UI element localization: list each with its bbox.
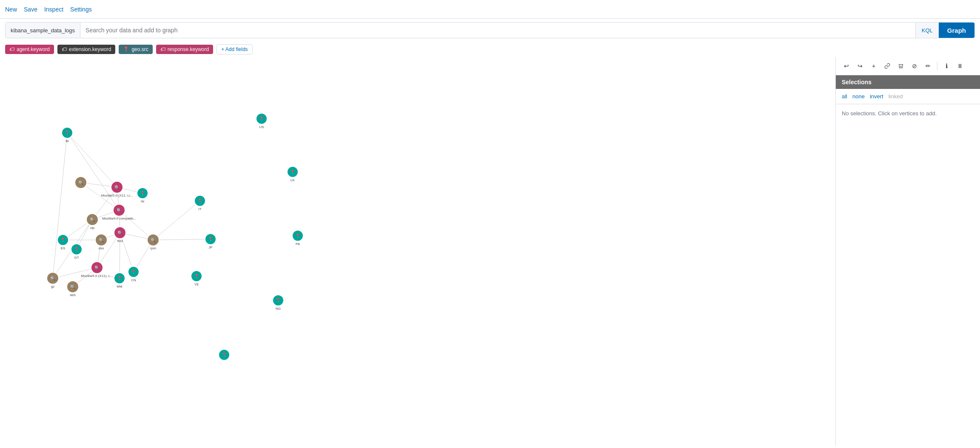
- redo-button[interactable]: ↪: [854, 60, 866, 72]
- svg-text:📍: 📍: [208, 237, 214, 242]
- svg-text:Mozilla/5.0 (X11; Li...: Mozilla/5.0 (X11; Li...: [101, 194, 133, 197]
- svg-text:📍: 📍: [74, 247, 80, 252]
- pause-button[interactable]: ⏸: [954, 60, 966, 72]
- svg-text:🔍: 🔍: [117, 230, 123, 236]
- main-area: 📍US📍BI📍LK📍IT📍IN📍PA📍JP📍ES📍GT📍CN📍MM📍YE📍NG🔍…: [0, 57, 980, 445]
- node-dss[interactable]: 🔍dss: [95, 234, 107, 250]
- svg-line-1: [67, 133, 119, 210]
- svg-text:PA: PA: [296, 242, 300, 246]
- svg-text:LK: LK: [291, 178, 295, 182]
- graph-button[interactable]: Graph: [939, 23, 974, 38]
- node-ES[interactable]: 📍ES: [57, 234, 68, 250]
- index-label[interactable]: kibana_sample_data_logs: [6, 23, 80, 38]
- delete-button[interactable]: [895, 60, 907, 72]
- svg-text:🔍: 🔍: [151, 237, 156, 243]
- node-rpm[interactable]: 🔍rpm: [147, 234, 159, 250]
- fields-bar: 🏷 agent.keyword 🏷 extension.keyword 📍 ge…: [0, 42, 980, 57]
- node-GT[interactable]: 📍GT: [71, 244, 82, 260]
- svg-text:US: US: [259, 125, 264, 129]
- graph-svg: 📍US📍BI📍LK📍IT📍IN📍PA📍JP📍ES📍GT📍CN📍MM📍YE📍NG🔍…: [0, 57, 835, 445]
- node-deb[interactable]: 🔍deb: [67, 281, 79, 297]
- field-tag-extension-keyword[interactable]: 🏷 extension.keyword: [57, 45, 115, 54]
- node-NG[interactable]: 📍NG: [273, 295, 284, 311]
- svg-line-17: [153, 239, 211, 240]
- selections-header: Selections: [836, 75, 980, 89]
- nav-new[interactable]: New: [5, 6, 17, 13]
- node-bottom[interactable]: 📍: [219, 349, 230, 360]
- svg-text:🔍: 🔍: [90, 217, 95, 223]
- selections-panel: Selections all none invert linked No sel…: [836, 75, 980, 445]
- link-button[interactable]: [881, 60, 894, 72]
- node-JP[interactable]: 📍JP: [205, 234, 216, 249]
- svg-text:ES: ES: [61, 246, 66, 250]
- node-LK[interactable]: 📍LK: [287, 166, 298, 182]
- tag-icon: 🏷: [62, 46, 67, 52]
- right-panel: ↩ ↪ + ⊘ ✏ ℹ ⏸ Selections: [835, 57, 980, 445]
- svg-text:🔍: 🔍: [114, 185, 120, 190]
- node-moz40[interactable]: 🔍Mozilla/4.0 compatib...: [102, 204, 136, 220]
- svg-text:CN: CN: [131, 278, 136, 282]
- search-input[interactable]: [85, 27, 910, 34]
- svg-text:🔍: 🔍: [70, 284, 76, 290]
- svg-text:📍: 📍: [290, 169, 296, 175]
- node-PA[interactable]: 📍PA: [292, 230, 303, 246]
- node-YE[interactable]: 📍YE: [191, 271, 202, 286]
- add-fields-button[interactable]: + Add fields: [217, 44, 252, 54]
- selections-linked[interactable]: linked: [889, 93, 903, 100]
- node-IT[interactable]: 📍IT: [194, 195, 205, 211]
- field-tag-label: response.keyword: [168, 46, 209, 52]
- svg-text:503: 503: [117, 239, 123, 243]
- svg-text:📍: 📍: [131, 269, 137, 275]
- nav-settings[interactable]: Settings: [70, 6, 92, 13]
- field-tag-label: agent.keyword: [17, 46, 50, 52]
- node-MM[interactable]: 📍MM: [114, 273, 125, 288]
- zoom-in-button[interactable]: +: [867, 60, 880, 72]
- nav-save[interactable]: Save: [24, 6, 37, 13]
- node-503[interactable]: 🔍503: [114, 227, 126, 243]
- node-IN[interactable]: 📍IN: [137, 188, 148, 203]
- field-tag-geo-src[interactable]: 📍 geo.src: [119, 45, 152, 54]
- pin-icon: 📍: [123, 46, 129, 52]
- svg-text:🔍: 🔍: [50, 276, 56, 281]
- svg-text:📍: 📍: [140, 191, 145, 196]
- nav-inspect[interactable]: Inspect: [44, 6, 63, 13]
- selections-all[interactable]: all: [842, 93, 847, 100]
- field-tag-agent-keyword[interactable]: 🏷 agent.keyword: [5, 45, 54, 54]
- svg-text:GT: GT: [74, 256, 79, 260]
- kql-button[interactable]: KQL: [915, 23, 939, 38]
- svg-text:📍: 📍: [295, 233, 301, 239]
- selections-controls: all none invert linked: [836, 89, 980, 104]
- svg-text:IT: IT: [198, 207, 201, 211]
- info-button[interactable]: ℹ: [940, 60, 953, 72]
- graph-toolbar: ↩ ↪ + ⊘ ✏ ℹ ⏸: [836, 57, 980, 75]
- svg-text:BI: BI: [66, 139, 69, 143]
- svg-line-2: [53, 133, 67, 278]
- svg-line-0: [67, 133, 117, 187]
- field-tag-response-keyword[interactable]: 🏷 response.keyword: [156, 45, 213, 54]
- svg-text:IN: IN: [141, 200, 144, 203]
- edit-button[interactable]: ✏: [922, 60, 934, 72]
- node-gz[interactable]: 🔍gz: [47, 272, 59, 288]
- selections-invert[interactable]: invert: [870, 93, 883, 100]
- node-unknown1[interactable]: 🔍: [75, 177, 87, 188]
- node-moz5x[interactable]: 🔍Mozilla/5.0 (X11); L...: [81, 262, 113, 278]
- selections-none[interactable]: none: [852, 93, 865, 100]
- svg-text:📍: 📍: [259, 116, 265, 122]
- search-bar: kibana_sample_data_logs KQL Graph: [5, 22, 975, 38]
- svg-line-19: [153, 201, 200, 240]
- node-US[interactable]: 📍US: [256, 113, 267, 129]
- undo-button[interactable]: ↩: [840, 60, 853, 72]
- graph-canvas[interactable]: 📍US📍BI📍LK📍IT📍IN📍PA📍JP📍ES📍GT📍CN📍MM📍YE📍NG🔍…: [0, 57, 835, 445]
- svg-text:🔍: 🔍: [99, 237, 104, 243]
- block-button[interactable]: ⊘: [908, 60, 921, 72]
- svg-text:📍: 📍: [117, 276, 122, 281]
- node-CN[interactable]: 📍CN: [128, 266, 139, 282]
- svg-text:🔍: 🔍: [117, 208, 122, 213]
- svg-text:dss: dss: [99, 246, 104, 250]
- node-moz511[interactable]: 🔍Mozilla/5.0 (X11; Li...: [101, 181, 133, 197]
- svg-text:YE: YE: [194, 282, 199, 286]
- field-tag-label: extension.keyword: [69, 46, 111, 52]
- svg-text:deb: deb: [70, 293, 76, 297]
- node-BI[interactable]: 📍BI: [62, 127, 73, 143]
- search-input-wrapper: [80, 27, 915, 34]
